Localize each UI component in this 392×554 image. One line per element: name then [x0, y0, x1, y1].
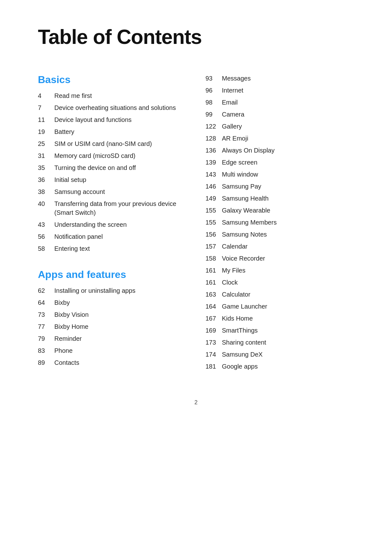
item-label: My Files — [222, 266, 245, 275]
page-number: 62 — [38, 286, 54, 295]
list-item: 64Bixby — [38, 298, 187, 307]
list-item: 77Bixby Home — [38, 322, 187, 331]
page-number: 79 — [38, 334, 54, 343]
page-number: 56 — [38, 232, 54, 241]
list-item: 157Calendar — [206, 242, 354, 251]
item-label: Email — [222, 98, 238, 107]
item-label: Contacts — [54, 358, 79, 367]
page-number: 158 — [206, 254, 222, 263]
item-label: SIM or USIM card (nano-SIM card) — [54, 139, 152, 148]
list-item: 7Device overheating situations and solut… — [38, 103, 187, 112]
list-item: 40Transferring data from your previous d… — [38, 199, 187, 217]
page-number: 7 — [38, 103, 54, 112]
page-number: 4 — [38, 91, 54, 100]
page-number: 155 — [206, 206, 222, 215]
page-number: 149 — [206, 194, 222, 203]
page-number: 139 — [206, 158, 222, 167]
page-number: 128 — [206, 134, 222, 143]
list-item: 96Internet — [206, 86, 354, 95]
page-number: 167 — [206, 314, 222, 323]
page-number: 35 — [38, 163, 54, 172]
item-label: Gallery — [222, 122, 242, 131]
item-label: Clock — [222, 278, 238, 287]
list-item: 4Read me first — [38, 91, 187, 100]
page-number: 143 — [206, 170, 222, 179]
item-label: Device overheating situations and soluti… — [54, 103, 176, 112]
list-item: 173Sharing content — [206, 338, 354, 347]
list-item: 163Calculator — [206, 290, 354, 299]
page-number: 161 — [206, 278, 222, 287]
list-item: 156Samsung Notes — [206, 230, 354, 239]
item-label: Read me first — [54, 91, 92, 100]
item-label: Game Launcher — [222, 302, 267, 311]
item-label: Reminder — [54, 334, 82, 343]
page-number: 169 — [206, 326, 222, 335]
item-label: Google apps — [222, 362, 258, 371]
list-item: 38Samsung account — [38, 187, 187, 196]
page-number: 31 — [38, 151, 54, 160]
list-item: 164Game Launcher — [206, 302, 354, 311]
page-number: 136 — [206, 146, 222, 155]
item-label: Turning the device on and off — [54, 163, 136, 172]
item-label: Understanding the screen — [54, 220, 127, 229]
item-label: Samsung account — [54, 187, 105, 196]
page-number: 89 — [38, 358, 54, 367]
list-item: 31Memory card (microSD card) — [38, 151, 187, 160]
item-label: Initial setup — [54, 175, 86, 184]
page-number: 64 — [38, 298, 54, 307]
page-number: 73 — [38, 310, 54, 319]
list-item: 136Always On Display — [206, 146, 354, 155]
item-label: Samsung Health — [222, 194, 269, 203]
page-number: 155 — [206, 218, 222, 227]
page-number: 40 — [38, 199, 54, 208]
list-item: 89Contacts — [38, 358, 187, 367]
item-label: Messages — [222, 74, 251, 83]
list-item: 58Entering text — [38, 244, 187, 253]
page-number: 156 — [206, 230, 222, 239]
item-label: Device layout and functions — [54, 115, 132, 124]
page-number: 36 — [38, 175, 54, 184]
item-label: Notification panel — [54, 232, 103, 241]
item-label: Battery — [54, 127, 74, 136]
page-number: 19 — [38, 127, 54, 136]
item-label: Multi window — [222, 170, 258, 179]
item-label: AR Emoji — [222, 134, 248, 143]
item-label: Sharing content — [222, 338, 266, 347]
page-number: 163 — [206, 290, 222, 299]
item-label: Installing or uninstalling apps — [54, 286, 136, 295]
page-number: 98 — [206, 98, 222, 107]
list-item: 93Messages — [206, 74, 354, 83]
item-label: Calculator — [222, 290, 250, 299]
left-column: Basics 4Read me first7Device overheating… — [38, 74, 187, 370]
list-item: 79Reminder — [38, 334, 187, 343]
list-item: 35Turning the device on and off — [38, 163, 187, 172]
list-item: 122Gallery — [206, 122, 354, 131]
page-number: 58 — [38, 244, 54, 253]
page-number: 11 — [38, 115, 54, 124]
list-item: 167Kids Home — [206, 314, 354, 323]
page-number: 25 — [38, 139, 54, 148]
page-number: 146 — [206, 182, 222, 191]
item-label: SmartThings — [222, 326, 258, 335]
item-label: Phone — [54, 346, 73, 355]
page-number: 157 — [206, 242, 222, 251]
page-number: 164 — [206, 302, 222, 311]
item-label: Internet — [222, 86, 244, 95]
list-item: 161Clock — [206, 278, 354, 287]
list-item: 146Samsung Pay — [206, 182, 354, 191]
apps-features-list: 62Installing or uninstalling apps64Bixby… — [38, 286, 187, 367]
item-label: Voice Recorder — [222, 254, 265, 263]
page-footer: 2 — [38, 399, 354, 406]
page-number: 181 — [206, 362, 222, 371]
item-label: Samsung Members — [222, 218, 277, 227]
item-label: Samsung DeX — [222, 350, 263, 359]
basics-list: 4Read me first7Device overheating situat… — [38, 91, 187, 253]
list-item: 149Samsung Health — [206, 194, 354, 203]
toc-columns: Basics 4Read me first7Device overheating… — [38, 74, 354, 374]
item-label: Kids Home — [222, 314, 253, 323]
list-item: 128AR Emoji — [206, 134, 354, 143]
list-item: 19Battery — [38, 127, 187, 136]
item-label: Bixby — [54, 298, 70, 307]
list-item: 25SIM or USIM card (nano-SIM card) — [38, 139, 187, 148]
list-item: 43Understanding the screen — [38, 220, 187, 229]
